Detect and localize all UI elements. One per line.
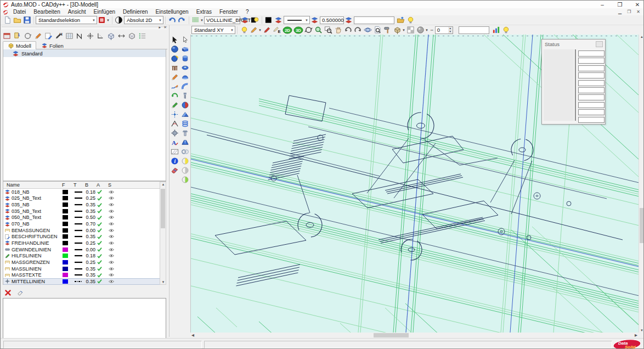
layer-row-hilfslinien[interactable]: HILFSLINIEN0.18 xyxy=(3,252,160,259)
layer-row-070_nb[interactable]: 070_NB0.70 xyxy=(3,221,160,227)
layer-row-mittellinien[interactable]: MITTELLINIEN0.35 xyxy=(3,278,160,285)
sphere-rotate-button[interactable] xyxy=(170,54,180,63)
hammer-button[interactable] xyxy=(383,25,393,35)
layer-color-swatch[interactable] xyxy=(63,234,74,239)
column-s[interactable]: S xyxy=(108,182,120,188)
layer-active-check[interactable] xyxy=(97,234,108,240)
layer-linestyle[interactable] xyxy=(74,209,86,213)
layer-linestyle[interactable] xyxy=(74,196,86,200)
layer-active-check[interactable] xyxy=(97,272,108,278)
layer-linestyle[interactable] xyxy=(74,228,86,233)
arrow-white-button[interactable] xyxy=(180,35,190,44)
status-field-7[interactable] xyxy=(578,94,605,100)
menu-item-ansicht[interactable]: Ansicht xyxy=(64,8,90,15)
info-button[interactable]: i xyxy=(170,156,180,166)
redo-button[interactable] xyxy=(177,15,187,25)
rotate-circle-button[interactable] xyxy=(22,31,32,41)
layer-row-025_nb_text[interactable]: 025_NB_Text0.25 xyxy=(3,195,160,202)
status-field-4[interactable] xyxy=(578,72,605,78)
menu-item-extras[interactable]: Extras xyxy=(193,8,216,15)
layers-button[interactable] xyxy=(344,15,354,25)
layer-linestyle[interactable] xyxy=(74,254,86,258)
gear-flask-button[interactable] xyxy=(170,128,180,138)
scrollbar-thumb[interactable] xyxy=(374,333,409,337)
layer-visible-eye[interactable] xyxy=(108,233,120,240)
layer-color-swatch[interactable] xyxy=(63,267,74,271)
status-field-9[interactable] xyxy=(578,109,605,115)
hatch-rect-button[interactable] xyxy=(170,147,180,156)
bulb-black-button[interactable] xyxy=(250,15,260,25)
status-panel[interactable]: Status xyxy=(541,39,606,125)
mode-3d-button[interactable]: 3D xyxy=(293,25,304,35)
layer-active-check[interactable] xyxy=(97,189,108,195)
layer-active-check[interactable] xyxy=(97,227,108,233)
scrollbar-thumb[interactable] xyxy=(161,189,165,228)
list-dots-button[interactable] xyxy=(137,31,147,41)
layer-visible-eye[interactable] xyxy=(108,259,120,266)
save-button[interactable] xyxy=(22,15,32,25)
layer-color-swatch[interactable] xyxy=(63,196,74,200)
sphere-blue-button[interactable] xyxy=(170,44,180,54)
layer-row-050_nb_text[interactable]: 050_NB_Text0.50 xyxy=(3,215,160,221)
select-arrow-button[interactable] xyxy=(170,35,180,44)
layer-row-freihandlinie[interactable]: FREIHANDLINIE0.25 xyxy=(3,240,160,246)
orbit-button[interactable] xyxy=(363,25,373,35)
layer-row-018_nb[interactable]: 018_NB0.18 xyxy=(3,189,160,195)
viewport-horizontal-scrollbar[interactable]: ◀ ▶ xyxy=(190,333,639,338)
panel-close-icon[interactable]: ✕ xyxy=(163,25,167,30)
layer-linestyle[interactable] xyxy=(74,260,86,264)
layer-linestyle[interactable] xyxy=(74,215,86,219)
layer-visible-eye[interactable] xyxy=(108,195,120,201)
layer-row-035_nb[interactable]: 035_NB0.35 xyxy=(3,201,160,208)
layer-linestyle[interactable] xyxy=(74,241,86,245)
tab-folien[interactable]: Folien xyxy=(36,41,69,49)
prim-sphere-red-button[interactable] xyxy=(180,100,190,110)
pencil-dd-button[interactable]: ▼ xyxy=(249,25,262,35)
prim-pipe-button[interactable] xyxy=(180,82,190,91)
prim-box-button[interactable] xyxy=(180,44,190,54)
column-f[interactable]: F xyxy=(62,182,74,188)
layer-color-swatch[interactable] xyxy=(63,241,74,245)
prim-wedge2-button[interactable] xyxy=(180,138,190,147)
prim-bolt-button[interactable] xyxy=(180,128,190,138)
rotate-green-button[interactable] xyxy=(170,91,180,100)
layers-button[interactable] xyxy=(240,15,250,25)
menu-item-fenster[interactable]: Fenster xyxy=(216,8,242,15)
layer-active-check[interactable] xyxy=(97,195,108,201)
folder-users-button[interactable] xyxy=(396,15,406,25)
status-field-5[interactable] xyxy=(578,80,605,86)
layer-active-check[interactable] xyxy=(97,202,108,208)
layer-row-masstexte[interactable]: MASSTEXTE0.35 xyxy=(3,272,160,278)
depth-spinner[interactable]: 0 ▲▼ xyxy=(435,26,453,34)
pan-hand-button[interactable] xyxy=(334,25,343,35)
bulb-button[interactable] xyxy=(501,25,511,35)
menu-item-einstellungen[interactable]: Einstellungen xyxy=(152,8,193,15)
column-a[interactable]: A xyxy=(97,182,108,188)
chart-users-button[interactable] xyxy=(492,25,501,35)
layer-active-check[interactable] xyxy=(97,278,108,284)
layers-button[interactable] xyxy=(274,15,284,25)
tree-item-standard[interactable]: Standard xyxy=(3,49,166,57)
layer-color-swatch[interactable] xyxy=(63,209,74,213)
layer-visible-eye[interactable] xyxy=(108,221,120,227)
prim-cylinder-button[interactable] xyxy=(180,54,190,63)
panel-grip[interactable] xyxy=(2,26,167,29)
status-field-3[interactable] xyxy=(578,65,605,71)
pencil-h-button[interactable]: H xyxy=(54,31,64,41)
layer-color-swatch[interactable] xyxy=(63,254,74,258)
layer-row-bemassungen[interactable]: BEMASSUNGEN0.00 xyxy=(3,227,160,234)
layer-visible-eye[interactable] xyxy=(108,201,120,208)
work-plane-combo[interactable]: Standard XY ▼ xyxy=(191,26,235,34)
sphere-green-button[interactable] xyxy=(180,175,190,184)
zoom-sheet-button[interactable] xyxy=(373,25,383,35)
status-panel-close-button[interactable] xyxy=(596,41,603,47)
orbit-left-button[interactable] xyxy=(343,25,353,35)
mdi-close-button[interactable]: ✕ xyxy=(636,9,640,14)
angle-line-button[interactable] xyxy=(170,119,180,128)
red-x-button[interactable] xyxy=(3,288,13,297)
layer-active-check[interactable] xyxy=(97,266,108,272)
doc-new-button[interactable] xyxy=(2,15,12,25)
layer-active-check[interactable] xyxy=(97,259,108,265)
pencil-wave-button[interactable] xyxy=(170,82,180,91)
layer-linestyle[interactable] xyxy=(74,273,86,277)
